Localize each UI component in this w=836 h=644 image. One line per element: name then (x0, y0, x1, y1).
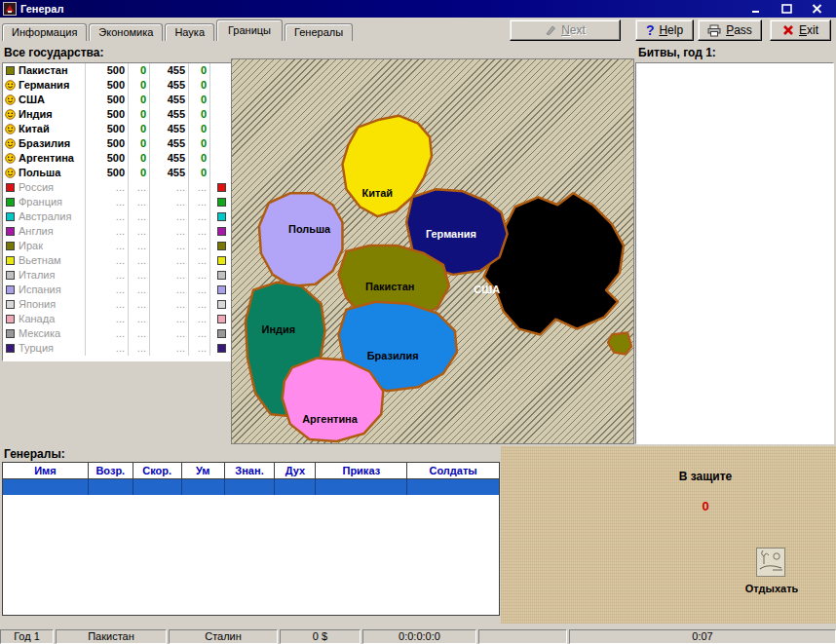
country-color-icon (3, 300, 17, 309)
country-name: Китай (17, 122, 85, 136)
country-value: ... (85, 180, 128, 195)
country-row[interactable]: Польша50004550 (3, 166, 233, 180)
country-value: ... (188, 253, 209, 268)
country-color-icon (3, 198, 17, 207)
country-value: ... (128, 297, 149, 312)
country-row[interactable]: Англия............ (3, 224, 233, 239)
country-name: Польша (17, 166, 85, 180)
country-value: ... (188, 224, 209, 239)
country-row[interactable]: Турция............ (3, 341, 233, 356)
country-value: 500 (85, 78, 128, 93)
pass-button[interactable]: Pass (698, 19, 762, 41)
country-color-icon (3, 315, 17, 323)
country-row[interactable]: Япония............ (3, 297, 233, 312)
tab[interactable]: Экономика (89, 23, 163, 41)
generals-table: ИмяВозр.Скор.УмЗнан.ДухПриказСолдаты (2, 462, 500, 616)
smiley-icon (3, 80, 17, 91)
map-region[interactable] (484, 193, 624, 334)
country-name: Аргентина (17, 151, 85, 166)
country-value: ... (188, 209, 209, 224)
country-value: 500 (85, 93, 128, 107)
help-button-label: Help (659, 23, 683, 37)
country-value: 0 (188, 107, 209, 122)
country-value: 455 (149, 151, 188, 166)
country-value: 0 (188, 63, 209, 78)
country-value: ... (149, 268, 188, 283)
country-row[interactable]: Россия............ (3, 180, 233, 195)
battles-panel-title: Битвы, год 1: (638, 46, 716, 59)
country-value: ... (149, 341, 188, 356)
generals-column-header: Знан. (225, 463, 276, 478)
rest-button-label[interactable]: Отдыхать (723, 583, 820, 594)
country-value: ... (85, 297, 128, 312)
window-title: Генерал (20, 3, 745, 15)
country-chip (209, 78, 233, 93)
country-row[interactable]: Ирак............ (3, 239, 233, 253)
country-chip (209, 253, 233, 268)
generals-cell (407, 479, 499, 495)
battles-list[interactable] (635, 62, 834, 444)
defense-panel: В защите 0 Отдыхать (501, 446, 836, 624)
generals-selected-row[interactable] (3, 479, 499, 495)
country-value: 0 (128, 107, 149, 122)
tab[interactable]: Границы (216, 19, 283, 41)
map-region[interactable] (259, 193, 343, 286)
generals-cell (133, 479, 182, 495)
country-row[interactable]: Германия50004550 (3, 78, 233, 93)
country-value: ... (188, 268, 209, 283)
country-row[interactable]: Пакистан50004550 (3, 63, 233, 78)
country-chip (209, 63, 233, 78)
country-row[interactable]: Китай50004550 (3, 122, 233, 136)
map-region[interactable] (608, 333, 631, 355)
smiley-icon (3, 138, 17, 149)
country-row[interactable]: США50004550 (3, 93, 233, 107)
country-value: ... (149, 312, 188, 326)
country-row[interactable]: Аргентина50004550 (3, 151, 233, 166)
generals-panel-title: Генералы: (4, 447, 65, 461)
country-row[interactable]: Испания............ (3, 283, 233, 297)
country-name: США (17, 93, 85, 107)
country-row[interactable]: Австралия............ (3, 209, 233, 224)
help-icon: ? (646, 24, 655, 36)
country-chip (209, 283, 233, 297)
country-name: Турция (17, 341, 85, 356)
country-value: 455 (149, 93, 188, 107)
tab[interactable]: Наука (165, 23, 214, 41)
country-row[interactable]: Италия............ (3, 268, 233, 283)
maximize-button[interactable] (776, 2, 797, 16)
country-name: Пакистан (17, 63, 85, 78)
close-button[interactable] (806, 2, 827, 16)
country-value: ... (149, 326, 188, 341)
country-row[interactable]: Мексика............ (3, 326, 233, 341)
country-row[interactable]: Франция............ (3, 195, 233, 209)
rest-button[interactable] (756, 548, 785, 577)
country-row[interactable]: Индия50004550 (3, 107, 233, 122)
country-row[interactable]: Канада............ (3, 312, 233, 326)
country-chip (209, 209, 233, 224)
country-value: 0 (128, 93, 149, 107)
country-color-icon (3, 285, 17, 294)
country-color-icon (3, 183, 17, 192)
map-region-label: Бразилия (367, 350, 419, 361)
country-value: ... (188, 239, 209, 253)
help-button[interactable]: ? Help (635, 19, 694, 41)
country-row[interactable]: Вьетнам............ (3, 253, 233, 268)
country-value: ... (128, 326, 149, 341)
generals-cell (182, 479, 225, 495)
exit-button[interactable]: Exit (770, 19, 831, 41)
tab[interactable]: Информация (2, 23, 87, 41)
map-region-label: Польша (288, 223, 331, 235)
country-row[interactable]: Бразилия50004550 (3, 136, 233, 151)
generals-cell (89, 479, 133, 495)
next-button[interactable]: Next (510, 19, 621, 41)
country-name: Россия (17, 180, 85, 195)
country-chip (209, 107, 233, 122)
map-region-label: Индия (262, 323, 296, 335)
pass-button-label: Pass (726, 23, 752, 37)
minimize-button[interactable] (745, 2, 767, 16)
map-region[interactable] (283, 358, 383, 441)
country-value: 500 (85, 63, 128, 78)
tab[interactable]: Генералы (285, 23, 353, 41)
country-value: ... (149, 209, 188, 224)
country-value: ... (188, 195, 209, 209)
